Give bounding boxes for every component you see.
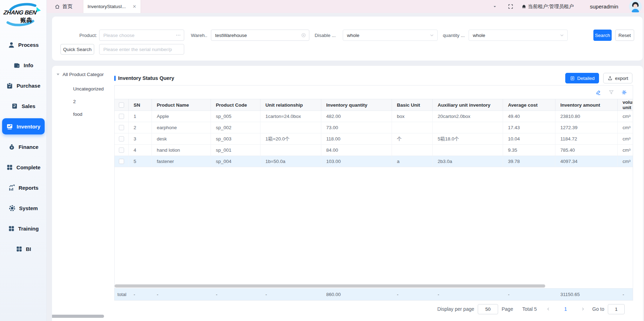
tabs-dropdown-caret-icon[interactable]	[492, 4, 497, 9]
column-header-product-code[interactable]: Product Code	[211, 99, 260, 111]
goto-page-input[interactable]	[608, 304, 625, 314]
sidebar-item-label: Purchase	[17, 83, 40, 89]
cell-amount: 785.40	[555, 145, 618, 156]
fullscreen-icon[interactable]	[508, 4, 514, 10]
table-empty-space	[115, 167, 633, 284]
product-field[interactable]	[99, 30, 184, 41]
page-size-input[interactable]	[478, 304, 498, 314]
column-header-sn[interactable]: SN	[129, 99, 152, 111]
next-page-icon[interactable]	[580, 307, 585, 311]
sidebar-item-info[interactable]: Info	[2, 57, 45, 73]
total-label: total	[115, 292, 129, 297]
content-area: Product: Wareh...	[47, 13, 644, 321]
table-body: 1Applesp_0051carton=24.0box482.00box20ca…	[115, 111, 633, 167]
row-checkbox[interactable]	[119, 114, 124, 119]
column-header-auxiliary-unit-inventory[interactable]: Auxiliary unit inventory	[433, 99, 503, 111]
table-region: Inventory Status Query Detailed export	[114, 66, 633, 314]
warehouse-label: Wareh...	[191, 33, 207, 38]
serial-field[interactable]	[99, 44, 184, 55]
hscroll-thumb[interactable]	[115, 284, 545, 288]
cell-name: earphone	[152, 122, 211, 133]
select-all-checkbox[interactable]	[119, 102, 124, 108]
filter-funnel-icon[interactable]	[608, 89, 614, 95]
table-row[interactable]: 1Applesp_0051carton=24.0box482.00box20ca…	[115, 111, 633, 122]
ellipsis-icon[interactable]	[175, 32, 181, 38]
tree-root-label: All Product Categor	[63, 72, 104, 77]
tenant-menu[interactable]: 当前租户:管理员租户	[521, 4, 574, 10]
sidebar-item-label: Training	[18, 226, 39, 232]
sidebar-item-inventory[interactable]: Inventory	[2, 118, 45, 134]
row-checkbox[interactable]	[119, 147, 124, 153]
export-button[interactable]: export	[603, 73, 632, 83]
tab-inventory-status[interactable]: InventoryStatusI... ✕	[83, 0, 141, 13]
tab-close-icon[interactable]: ✕	[133, 4, 136, 9]
cell-qty: 103.00	[321, 156, 392, 167]
sidebar-item-training[interactable]: Training	[2, 220, 45, 237]
current-page[interactable]: 1	[564, 306, 567, 312]
clear-icon[interactable]	[301, 33, 306, 38]
cell-sn: 3	[129, 133, 152, 144]
inventory-panel: All Product Categor Uncategorized2food I…	[52, 66, 643, 321]
table-row[interactable]: 5fastenersp_0041b=50.0a103.00a2b3.0a39.7…	[115, 156, 633, 167]
grid-icon	[15, 245, 23, 253]
sidebar-item-finance[interactable]: Finance	[2, 139, 45, 155]
tree-node-uncategorized[interactable]: Uncategorized	[52, 83, 114, 95]
tree-node-food[interactable]: food	[52, 108, 114, 121]
row-checkbox[interactable]	[119, 136, 124, 141]
search-button[interactable]: Search	[593, 30, 612, 41]
wallet-icon	[13, 62, 20, 69]
reset-button[interactable]: Reset	[615, 30, 634, 41]
serial-input[interactable]	[99, 44, 184, 54]
tree-expand-caret-icon[interactable]	[57, 74, 59, 75]
warehouse-input[interactable]	[211, 30, 309, 40]
brand-logo: ZHANG BEN 账犇	[0, 0, 46, 30]
column-header-inventory-quantity[interactable]: Inventory quantity	[321, 99, 392, 111]
column-header-inventory-amount[interactable]: Inventory amount	[555, 99, 618, 111]
cell-qty: 118.00	[321, 133, 392, 144]
column-header-product-name[interactable]: Product Name	[152, 99, 211, 111]
column-header-average-cost[interactable]: Average cost	[503, 99, 555, 111]
table-row[interactable]: 2earphonesp_00273.0017.431272.39cm³	[115, 122, 633, 133]
sidebar-item-bi[interactable]: BI	[2, 241, 45, 257]
sidebar: ZHANG BEN 账犇 Process Info Purchase Sales…	[0, 0, 47, 321]
column-header-unit-relationship[interactable]: Unit relationship	[260, 99, 321, 111]
sidebar-item-system[interactable]: System	[2, 200, 45, 216]
tree-node-2[interactable]: 2	[52, 95, 114, 108]
cell-unit_rel	[260, 145, 321, 156]
total-qty: 860.00	[321, 292, 392, 297]
settings-gear-icon[interactable]	[621, 89, 627, 95]
chart-icon	[6, 123, 13, 130]
column-header-volume-unit[interactable]: volume unit	[618, 99, 633, 111]
disable-status-label: Disable ...	[315, 33, 336, 38]
table-row[interactable]: 3desksp_0031箱=20.0个118.00个5箱18.0个10.0411…	[115, 133, 633, 145]
warehouse-field[interactable]	[211, 30, 309, 41]
tenant-label: 当前租户:管理员租户	[528, 4, 574, 10]
cell-amount: 1184.72	[555, 133, 618, 144]
table-row[interactable]: 4hand lotionsp_00184.009.35785.40cm³	[115, 145, 633, 156]
cell-aux: 5箱18.0个	[433, 133, 503, 144]
sidebar-item-label: Reports	[19, 185, 39, 191]
edit-icon[interactable]	[595, 89, 601, 95]
column-header-basic-unit[interactable]: Basic Unit	[392, 99, 433, 111]
username[interactable]: superadmin	[590, 4, 618, 10]
tree-horizontal-scrollbar[interactable]	[52, 315, 104, 318]
quick-search-button[interactable]: Quick Search	[60, 44, 94, 55]
detailed-button[interactable]: Detailed	[565, 73, 599, 83]
avatar[interactable]	[629, 0, 642, 13]
disable-status-select[interactable]: whole	[343, 30, 438, 41]
tree-children: Uncategorized2food	[52, 83, 114, 121]
cell-name: hand lotion	[152, 145, 211, 156]
prev-page-icon[interactable]	[546, 307, 551, 311]
row-checkbox[interactable]	[119, 125, 124, 130]
sidebar-item-process[interactable]: Process	[2, 37, 45, 53]
tab-home[interactable]: 首页	[54, 3, 72, 10]
sidebar-item-purchase[interactable]: Purchase	[2, 77, 45, 94]
sidebar-item-complete[interactable]: Complete	[2, 159, 45, 175]
cell-amount: 4097.34	[555, 156, 618, 167]
sidebar-item-sales[interactable]: Sales	[2, 98, 45, 114]
tree-root-node[interactable]: All Product Categor	[57, 71, 114, 78]
product-input[interactable]	[99, 30, 184, 40]
quantity-filter-select[interactable]: whole	[469, 30, 568, 41]
row-checkbox[interactable]	[119, 159, 124, 164]
sidebar-item-reports[interactable]: Reports	[2, 180, 45, 196]
